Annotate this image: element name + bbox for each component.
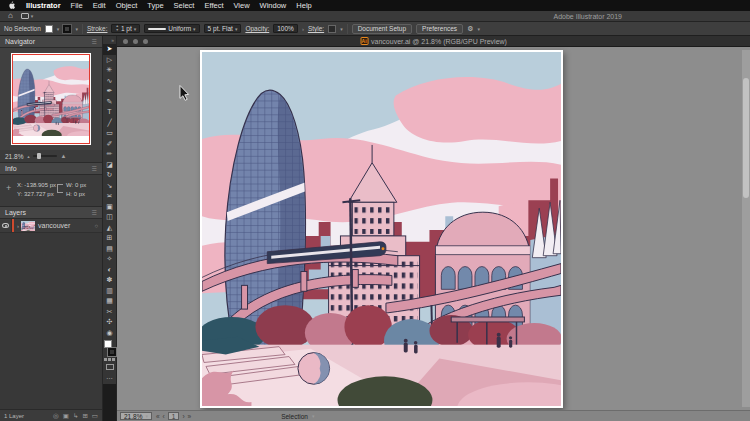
fill-swatch[interactable] [45,25,53,33]
stroke-dropdown-icon[interactable]: ▾ [75,26,78,32]
canvas-pasteboard[interactable] [117,47,750,410]
menu-item[interactable]: Edit [93,1,106,10]
rotate-tool[interactable]: ↻ [103,170,116,181]
direct-selection-tool[interactable]: ▷ [103,55,116,66]
menu-item[interactable]: File [71,1,83,10]
shape-builder-tool[interactable]: ◫ [103,212,116,223]
artboard-number[interactable]: 1 [168,412,180,420]
menu-item[interactable]: Object [116,1,138,10]
layer-row-vancouver[interactable]: › vancouver ○ [0,219,102,233]
control-options-dropdown-icon[interactable]: ▾ [477,26,480,32]
opacity-field[interactable]: 100% [273,24,298,33]
magic-wand-tool[interactable]: ✳ [103,65,116,76]
opacity-chevron-icon[interactable]: › [302,26,304,32]
eyedropper-tool[interactable]: ✧ [103,254,116,265]
status-mode-label[interactable]: Selection [281,413,308,420]
home-icon[interactable]: ⌂ [8,12,13,20]
preferences-button[interactable]: Preferences [416,24,463,34]
layer-target-icon[interactable]: ○ [94,223,98,229]
stroke-profile-select[interactable]: Uniform▾ [144,24,199,33]
pen-tool[interactable]: ✒ [103,86,116,97]
artboard[interactable] [200,50,563,408]
layer-name[interactable]: vancouver [38,222,70,229]
stroke-weight-field[interactable]: ▲▼1 pt▾ [111,24,140,33]
pencil-tool[interactable]: ✏ [103,149,116,160]
free-transform-tool[interactable]: ▣ [103,202,116,213]
style-dropdown-icon[interactable]: ▾ [340,26,343,32]
vertical-scrollbar-thumb[interactable] [743,78,749,198]
edit-toolbar-button[interactable]: … [103,373,116,380]
navigator-zoom-value[interactable]: 21.8% [5,153,23,160]
stroke-indicator[interactable] [108,348,116,356]
navigator-view-proxy[interactable] [12,54,90,144]
width-tool[interactable]: ≍ [103,191,116,202]
rectangle-tool[interactable]: ▭ [103,128,116,139]
layer-expand-icon[interactable]: › [17,223,19,229]
paintbrush-tool[interactable]: ✐ [103,139,116,150]
slice-tool[interactable]: ✂ [103,307,116,318]
color-mode-buttons[interactable] [103,358,116,361]
status-mode-dropdown-icon[interactable]: ▾ [312,413,315,419]
last-artboard-icon[interactable]: » [188,413,192,420]
info-panel-header[interactable]: Info ☰ [0,163,102,175]
stroke-swatch[interactable] [63,25,71,33]
menu-item[interactable]: Help [296,1,311,10]
selection-tool[interactable]: ➤ [103,44,116,55]
navigator-panel-menu-icon[interactable]: ☰ [92,38,97,45]
layer-visibility-toggle[interactable] [0,219,12,232]
control-options-gear-icon[interactable]: ⚙ [467,25,473,33]
perspective-grid-tool[interactable]: ◭ [103,223,116,234]
status-zoom-select[interactable]: 21.8%▾ [120,412,152,420]
new-sublayer-icon[interactable]: ↳ [73,412,78,420]
layer-thumbnail[interactable] [21,221,35,231]
arrange-documents-icon[interactable]: ▾ [21,13,34,19]
navigator-zoom-slider[interactable] [33,155,57,157]
menu-item[interactable]: Effect [204,1,223,10]
next-artboard-icon[interactable]: › [182,413,184,420]
eraser-tool[interactable]: ◪ [103,160,116,171]
artboard-navigation[interactable]: « ‹ 1 › » [156,412,191,420]
lasso-tool[interactable]: ∿ [103,76,116,87]
artboard-tool[interactable]: ▦ [103,296,116,307]
style-label[interactable]: Style: [308,25,324,32]
fill-dropdown-icon[interactable]: ▾ [57,26,60,32]
gradient-tool[interactable]: ▤ [103,244,116,255]
style-swatch[interactable] [328,25,336,33]
brush-select[interactable]: 5 pt. Flat▾ [204,24,242,33]
hand-tool[interactable]: ✣ [103,317,116,328]
opacity-label[interactable]: Opacity: [245,25,269,32]
locate-object-icon[interactable]: ◎ [53,412,59,420]
previous-artboard-icon[interactable]: ‹ [163,413,165,420]
type-tool[interactable]: T [103,107,116,118]
symbol-sprayer-tool[interactable]: ✽ [103,275,116,286]
menu-item[interactable]: Select [174,1,195,10]
zoom-tool[interactable]: ◉ [103,328,116,339]
scale-tool[interactable]: ↘ [103,181,116,192]
layers-panel-menu-icon[interactable]: ☰ [92,209,97,216]
column-graph-tool[interactable]: ▥ [103,286,116,297]
info-panel-menu-icon[interactable]: ☰ [92,165,97,172]
line-segment-tool[interactable]: ╱ [103,118,116,129]
tools-collapse-icon[interactable]: » [103,36,116,44]
vertical-scrollbar[interactable] [742,50,750,407]
menu-item[interactable]: View [233,1,249,10]
document-tab[interactable]: Ai vancouver.ai @ 21.8% (RGB/GPU Preview… [360,37,507,45]
new-layer-icon[interactable]: ⊞ [82,412,87,420]
make-clip-mask-icon[interactable]: ▣ [63,412,69,420]
first-artboard-icon[interactable]: « [156,413,160,420]
screen-mode-button[interactable] [106,364,114,370]
menu-item[interactable]: Type [147,1,163,10]
menu-item[interactable]: Illustrator [26,1,61,10]
document-setup-button[interactable]: Document Setup [352,24,412,34]
fill-stroke-indicator[interactable] [103,340,117,356]
delete-selection-icon[interactable]: ▭ [92,412,98,420]
curvature-tool[interactable]: ✎ [103,97,116,108]
mesh-tool[interactable]: ⊞ [103,233,116,244]
layers-panel-header[interactable]: Layers ☰ [0,207,102,219]
blend-tool[interactable]: ◐ [103,265,116,276]
zoom-out-mountains-icon[interactable]: ▲ [26,154,30,159]
apple-logo-icon[interactable] [8,1,16,10]
navigator-panel-header[interactable]: Navigator ☰ [0,36,102,48]
stroke-weight-label[interactable]: Stroke: [87,25,108,32]
fill-indicator[interactable] [104,340,112,348]
